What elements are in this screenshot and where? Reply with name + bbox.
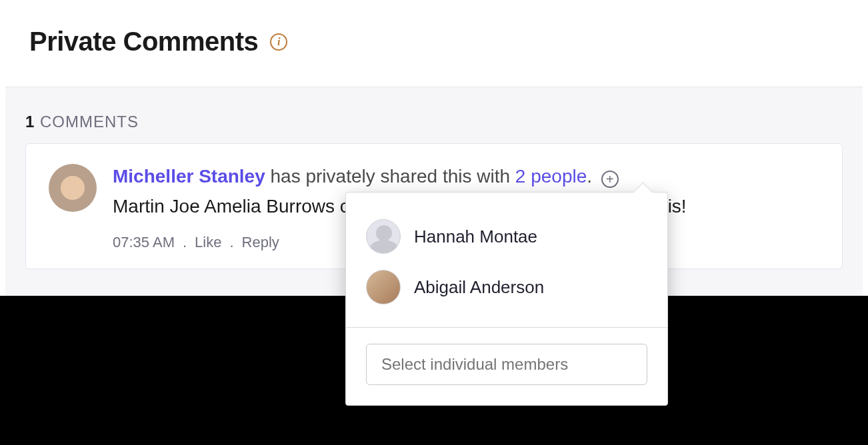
share-line: Micheller Stanley has privately shared t…: [113, 164, 819, 189]
shared-with-popover: Hannah Montae Abigail Anderson: [345, 192, 668, 406]
reply-button[interactable]: Reply: [242, 234, 279, 251]
people-link[interactable]: 2 people: [515, 166, 587, 187]
avatar[interactable]: [49, 164, 97, 212]
member-row[interactable]: Abigail Anderson: [366, 262, 647, 312]
info-icon[interactable]: i: [270, 33, 287, 51]
member-name: Abigail Anderson: [414, 277, 544, 298]
like-button[interactable]: Like: [195, 234, 221, 251]
separator-dot: .: [183, 234, 187, 251]
select-members-input[interactable]: [366, 344, 647, 385]
comments-count-label: COMMENTS: [40, 113, 139, 131]
share-text-middle: has privately shared this with: [265, 166, 515, 187]
author-name[interactable]: Micheller Stanley: [113, 166, 265, 187]
member-name: Hannah Montae: [414, 226, 537, 247]
share-text-end: .: [587, 166, 592, 187]
avatar: [366, 219, 401, 254]
section-header: Private Comments i: [0, 0, 868, 74]
page-title: Private Comments: [29, 27, 258, 57]
comment-time: 07:35 AM: [113, 234, 175, 251]
member-row[interactable]: Hannah Montae: [366, 211, 647, 262]
comments-count: 1 COMMENTS: [25, 113, 843, 131]
plus-circle-icon[interactable]: +: [601, 171, 619, 188]
popover-footer: [346, 327, 667, 405]
avatar: [366, 270, 401, 304]
separator-dot: .: [229, 234, 233, 251]
member-list: Hannah Montae Abigail Anderson: [346, 193, 667, 327]
comments-count-number: 1: [25, 113, 35, 131]
